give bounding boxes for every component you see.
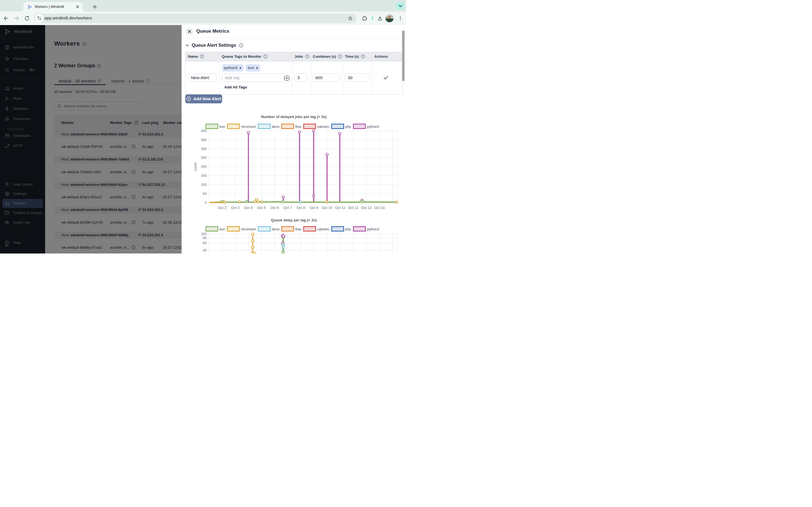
legend-item-flow[interactable]: flow (282, 124, 301, 129)
chart1-ytick: 100 (201, 183, 207, 187)
reload-button[interactable] (23, 15, 31, 21)
series-marker-python3 (312, 194, 315, 197)
url-text[interactable]: app.windmill.dev/workers (44, 15, 92, 20)
chart-rect (227, 227, 240, 231)
drawer-scrollbar[interactable] (402, 31, 405, 81)
extensions-puzzle-icon[interactable] (361, 15, 368, 21)
chart-rect (332, 227, 344, 231)
tag-pill-bun[interactable]: bunx (246, 64, 260, 71)
chart-rect (206, 124, 218, 129)
series2-marker-chromium (251, 233, 254, 236)
legend-item-php[interactable]: php (332, 124, 351, 129)
chart1-ytick: 350 (201, 138, 207, 142)
chart-rect (258, 227, 270, 231)
legend2-item-bun[interactable]: bun (206, 227, 225, 231)
legend2-item-deno[interactable]: deno (258, 227, 280, 231)
browser-menu-icon[interactable] (397, 16, 404, 21)
modal-overlay[interactable] (0, 25, 182, 253)
chart-rect (354, 124, 366, 129)
legend2-item-php[interactable]: php (332, 227, 351, 231)
tab-title: Workers | Windmill (35, 5, 75, 9)
site-settings-icon[interactable] (35, 14, 43, 22)
forward-button[interactable] (13, 15, 20, 21)
back-button[interactable] (3, 15, 10, 21)
chart2-ytick: 40 (203, 248, 207, 252)
series2-marker-chromium (251, 240, 254, 242)
new-tab-button[interactable] (91, 3, 99, 11)
chart1-ytick: 400 (201, 129, 207, 133)
tag-label: bun (248, 66, 254, 70)
series-marker-deno (299, 201, 301, 203)
chart2-ytick: 100 (201, 232, 207, 236)
chart-rect (304, 227, 316, 231)
series-line-bun (215, 202, 397, 202)
series-marker-chromium (238, 201, 241, 203)
legend-label: deno (272, 125, 280, 129)
chart1-title: Number of delayed jobs per tag (> 3s) (261, 115, 326, 119)
chart1-ytick: 50 (203, 192, 207, 196)
chart2-ytick: 80 (203, 236, 207, 240)
legend-item-nativets[interactable]: nativets (304, 124, 329, 129)
browser-tab[interactable]: Workers | Windmill (23, 2, 83, 11)
downloads-icon[interactable] (377, 15, 384, 21)
series-marker-chromium (395, 201, 398, 203)
chart1-xtick: Oct 12 (348, 206, 359, 210)
chart2-ytick: 60 (203, 241, 207, 245)
legend2-item-flow[interactable]: flow (282, 227, 301, 231)
legend-item-deno[interactable]: deno (258, 124, 280, 129)
tag-label: python3 (224, 66, 238, 70)
windmill-favicon (28, 4, 32, 9)
legend-label: python3 (367, 125, 379, 129)
chart1-xtick: Oct 6 (270, 206, 279, 210)
tab-search-button[interactable] (396, 3, 404, 9)
chart-rect (206, 227, 218, 231)
legend-item-python3[interactable]: python3 (354, 124, 379, 129)
chart1-xtick: Oct 14 (374, 206, 385, 210)
remove-tag-icon[interactable]: x (256, 66, 258, 70)
series-marker-bun (361, 201, 364, 203)
queue-metrics-drawer: Queue Metrics Queue Alert Settings Name … (182, 25, 406, 253)
queue-charts: Number of delayed jobs per tag (> 3s)bun… (182, 25, 406, 253)
chart1-xtick: Oct 3 (231, 206, 240, 210)
series-marker-python3 (326, 153, 328, 156)
chart1-xtick: Oct 8 (297, 206, 305, 210)
browser-toolbar: app.windmill.dev/workers (0, 11, 406, 25)
series2-marker-deno (282, 246, 285, 249)
series-marker-python3 (247, 131, 250, 134)
chart1-xtick: Oct 13 (361, 206, 371, 210)
series2-marker-chromium (254, 253, 257, 253)
tag-pill-python3[interactable]: python3x (222, 64, 244, 71)
bookmark-star-icon[interactable] (347, 16, 354, 21)
chart1-xtick: Oct 4 (244, 206, 253, 210)
series-marker-python3 (298, 131, 301, 133)
legend2-label: bun (219, 227, 225, 231)
legend-label: nativets (317, 125, 329, 129)
legend-item-bun[interactable]: bun (206, 124, 225, 129)
chart1-xtick: Oct 2 (218, 206, 226, 210)
chart-rect (282, 227, 294, 231)
legend2-item-nativets[interactable]: nativets (304, 227, 329, 231)
chart1-ytick: 150 (201, 174, 207, 178)
chart1-ytick: 0 (205, 201, 207, 205)
series2-marker-python3 (282, 235, 285, 238)
legend2-label: deno (272, 227, 280, 231)
chart1-xtick: Oct 7 (284, 206, 292, 210)
legend2-label: flow (295, 227, 301, 231)
series-marker-chromium (260, 201, 263, 203)
chart-rect (304, 124, 316, 129)
chart1-ytick: 250 (201, 156, 207, 160)
chart-rect (282, 124, 294, 129)
legend-label: php (345, 125, 351, 129)
chart-rect (354, 227, 366, 231)
legend-label: chromium (241, 125, 256, 129)
legend-item-chromium[interactable]: chromium (227, 124, 256, 129)
profile-avatar[interactable] (386, 14, 394, 22)
pinned-extension-indicator (372, 16, 373, 20)
legend2-item-python3[interactable]: python3 (354, 227, 379, 231)
tab-close-icon[interactable] (75, 4, 80, 9)
chart-rect (258, 124, 270, 129)
series-marker-chromium (325, 201, 327, 203)
legend2-item-chromium[interactable]: chromium (227, 227, 256, 231)
remove-tag-icon[interactable]: x (240, 66, 242, 70)
chart2-title: Queue delay per tag (> 3s) (271, 218, 317, 222)
